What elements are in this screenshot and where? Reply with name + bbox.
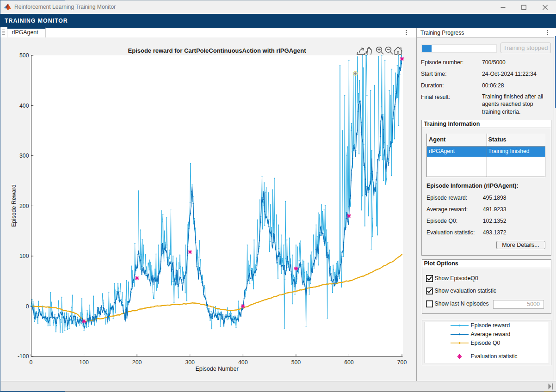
svg-text:0: 0 [30, 359, 33, 366]
svg-text:300: 300 [185, 359, 195, 366]
svg-text:700: 700 [397, 359, 407, 366]
svg-text:500: 500 [19, 52, 29, 59]
svg-text:Episode Reward: Episode Reward [11, 184, 17, 227]
svg-text:Episode reward for CartPoleCon: Episode reward for CartPoleContinuousAct… [128, 47, 307, 54]
svg-text:100: 100 [79, 359, 89, 366]
svg-text:200: 200 [19, 203, 29, 209]
svg-text:100: 100 [19, 253, 29, 259]
svg-text:Episode Number: Episode Number [195, 366, 238, 372]
svg-text:-100: -100 [18, 353, 29, 360]
svg-text:300: 300 [19, 153, 29, 159]
svg-text:200: 200 [132, 359, 142, 366]
svg-text:400: 400 [19, 103, 29, 109]
svg-text:600: 600 [344, 359, 354, 366]
svg-text:500: 500 [291, 359, 301, 366]
svg-text:0: 0 [26, 303, 29, 310]
svg-text:400: 400 [238, 359, 248, 366]
